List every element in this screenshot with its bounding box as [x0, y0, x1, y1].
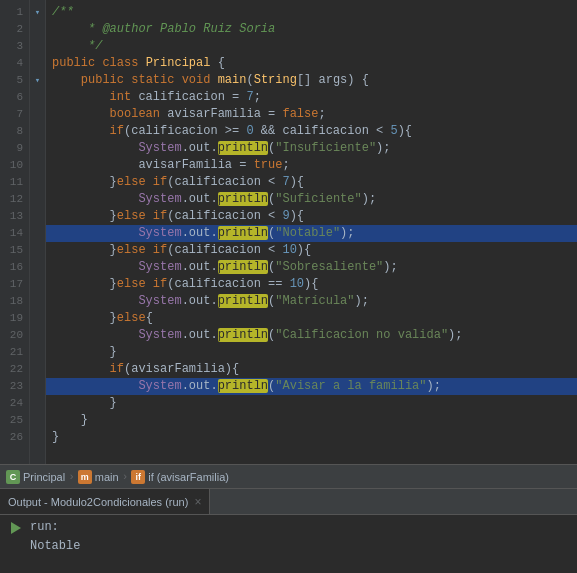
code-line-11: }else if(calificacion < 7){ — [46, 174, 577, 191]
line-number-21: 21 — [0, 344, 29, 361]
line-number-26: 26 — [0, 429, 29, 446]
line-number-18: 18 — [0, 293, 29, 310]
line-number-12: 12 — [0, 191, 29, 208]
gutter-row-2 — [30, 21, 45, 38]
code-line-13: }else if(calificacion < 9){ — [46, 208, 577, 225]
line-number-8: 8 — [0, 123, 29, 140]
code-line-5: public static void main(String[] args) { — [46, 72, 577, 89]
code-line-12: System.out.println("Suficiente"); — [46, 191, 577, 208]
gutter-row-15 — [30, 242, 45, 259]
gutter-row-5[interactable]: ▾ — [30, 72, 45, 89]
code-line-1: /** — [46, 4, 577, 21]
gutter: ▾▾ — [30, 0, 46, 464]
code-line-24: } — [46, 395, 577, 412]
gutter-row-24 — [30, 395, 45, 412]
breadcrumb-bar: CPrincipal›mmain›ifif (avisarFamilia) — [0, 464, 577, 488]
gutter-row-17 — [30, 276, 45, 293]
code-line-3: */ — [46, 38, 577, 55]
output-tab-label: Output - Modulo2Condicionales (run) — [8, 496, 188, 508]
breadcrumb-item-2[interactable]: ifif (avisarFamilia) — [131, 470, 229, 484]
line-number-20: 20 — [0, 327, 29, 344]
code-line-18: System.out.println("Matrícula"); — [46, 293, 577, 310]
breadcrumb-separator-1: › — [68, 471, 75, 483]
output-panel: Output - Modulo2Condicionales (run) × ru… — [0, 488, 577, 573]
breadcrumb-item-1[interactable]: mmain — [78, 470, 119, 484]
line-number-2: 2 — [0, 21, 29, 38]
line-number-10: 10 — [0, 157, 29, 174]
run-triangle-icon — [11, 522, 21, 534]
gutter-row-11 — [30, 174, 45, 191]
line-number-22: 22 — [0, 361, 29, 378]
code-line-15: }else if(calificacion < 10){ — [46, 242, 577, 259]
code-line-26: } — [46, 429, 577, 446]
code-line-10: avisarFamilia = true; — [46, 157, 577, 174]
gutter-row-20 — [30, 327, 45, 344]
line-number-7: 7 — [0, 106, 29, 123]
code-line-14: System.out.println("Notable"); — [46, 225, 577, 242]
gutter-row-14 — [30, 225, 45, 242]
code-line-4: public class Principal { — [46, 55, 577, 72]
output-line-1: run: — [30, 519, 59, 536]
output-close-button[interactable]: × — [194, 495, 201, 509]
gutter-row-10 — [30, 157, 45, 174]
line-number-25: 25 — [0, 412, 29, 429]
breadcrumb-label-0: Principal — [23, 471, 65, 483]
gutter-row-23 — [30, 378, 45, 395]
gutter-row-3 — [30, 38, 45, 55]
gutter-row-22 — [30, 361, 45, 378]
gutter-row-1[interactable]: ▾ — [30, 4, 45, 21]
line-number-19: 19 — [0, 310, 29, 327]
code-line-17: }else if(calificacion == 10){ — [46, 276, 577, 293]
gutter-row-7 — [30, 106, 45, 123]
line-number-17: 17 — [0, 276, 29, 293]
gutter-row-26 — [30, 429, 45, 446]
code-line-22: if(avisarFamilia){ — [46, 361, 577, 378]
code-line-25: } — [46, 412, 577, 429]
code-container: 1234567891011121314151617181920212223242… — [0, 0, 577, 464]
gutter-row-19 — [30, 310, 45, 327]
code-line-8: if(calificacion >= 0 && calificacion < 5… — [46, 123, 577, 140]
code-line-9: System.out.println("Insuficiente"); — [46, 140, 577, 157]
line-number-3: 3 — [0, 38, 29, 55]
breadcrumb-icon-1: m — [78, 470, 92, 484]
breadcrumb-label-2: if (avisarFamilia) — [148, 471, 229, 483]
code-line-19: }else{ — [46, 310, 577, 327]
gutter-row-18 — [30, 293, 45, 310]
gutter-row-4 — [30, 55, 45, 72]
collapse-icon[interactable]: ▾ — [35, 76, 40, 86]
breadcrumb-separator-2: › — [122, 471, 129, 483]
gutter-row-9 — [30, 140, 45, 157]
gutter-row-6 — [30, 89, 45, 106]
line-numbers: 1234567891011121314151617181920212223242… — [0, 0, 30, 464]
code-lines: /** * @author Pablo Ruiz Soria */public … — [46, 0, 577, 464]
gutter-row-21 — [30, 344, 45, 361]
line-number-1: 1 — [0, 4, 29, 21]
code-line-2: * @author Pablo Ruiz Soria — [46, 21, 577, 38]
line-number-6: 6 — [0, 89, 29, 106]
line-number-16: 16 — [0, 259, 29, 276]
code-line-7: boolean avisarFamilia = false; — [46, 106, 577, 123]
gutter-row-12 — [30, 191, 45, 208]
line-number-9: 9 — [0, 140, 29, 157]
output-tab[interactable]: Output - Modulo2Condicionales (run) × — [0, 489, 210, 514]
line-number-5: 5 — [0, 72, 29, 89]
gutter-row-16 — [30, 259, 45, 276]
run-button[interactable] — [8, 520, 24, 536]
code-line-16: System.out.println("Sobresaliente"); — [46, 259, 577, 276]
code-line-20: System.out.println("Calificacion no vali… — [46, 327, 577, 344]
collapse-icon[interactable]: ▾ — [35, 8, 40, 18]
line-number-15: 15 — [0, 242, 29, 259]
code-line-6: int calificacion = 7; — [46, 89, 577, 106]
line-number-11: 11 — [0, 174, 29, 191]
line-number-14: 14 — [0, 225, 29, 242]
line-number-13: 13 — [0, 208, 29, 225]
editor-area: 1234567891011121314151617181920212223242… — [0, 0, 577, 464]
line-number-23: 23 — [0, 378, 29, 395]
line-number-24: 24 — [0, 395, 29, 412]
breadcrumb-item-0[interactable]: CPrincipal — [6, 470, 65, 484]
output-content: run: Notable — [0, 515, 577, 559]
gutter-row-25 — [30, 412, 45, 429]
breadcrumb-label-1: main — [95, 471, 119, 483]
output-line-2: Notable — [30, 539, 80, 553]
output-header: Output - Modulo2Condicionales (run) × — [0, 489, 577, 515]
